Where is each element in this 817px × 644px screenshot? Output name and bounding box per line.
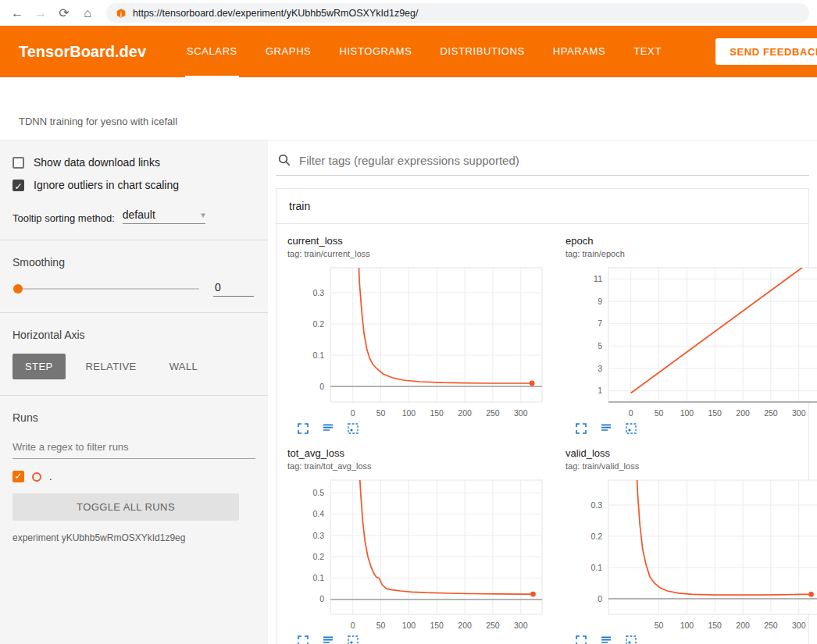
chart-data-button[interactable] — [322, 635, 334, 644]
chart-card-current_loss: current_loss tag: train/current_loss 050… — [280, 235, 553, 435]
divider — [0, 312, 268, 313]
svg-text:200: 200 — [458, 408, 472, 418]
tag-filter-row — [276, 150, 809, 176]
svg-text:250: 250 — [764, 408, 778, 418]
tab-hparams[interactable]: HPARAMS — [551, 26, 608, 77]
svg-text:150: 150 — [708, 408, 722, 418]
svg-text:0.3: 0.3 — [312, 531, 324, 540]
tab-text[interactable]: TEXT — [632, 26, 663, 77]
chart-plot[interactable]: 05010015020025030000.10.20.30.40.5 — [287, 475, 545, 632]
chart-plot[interactable]: 05010015020025030000.10.20.3 — [287, 263, 545, 419]
axis-relative-button[interactable]: RELATIVE — [73, 354, 149, 379]
expand-chart-button[interactable] — [575, 422, 587, 435]
fit-domain-icon — [625, 422, 637, 435]
home-button[interactable]: ⌂ — [78, 4, 97, 23]
axis-wall-button[interactable]: WALL — [157, 354, 211, 379]
tooltip-sorting-dropdown[interactable]: default ▾ — [123, 208, 205, 224]
run-color-swatch-icon — [32, 472, 41, 482]
checkbox-label: Show data download links — [34, 156, 160, 169]
svg-text:9: 9 — [598, 297, 602, 306]
address-bar[interactable]: https://tensorboard.dev/experiment/yKUbh… — [106, 3, 809, 23]
data-lines-icon — [600, 635, 612, 644]
main-panel: train current_loss tag: train/current_lo… — [268, 141, 817, 644]
svg-text:150: 150 — [430, 408, 444, 418]
svg-text:250: 250 — [764, 621, 778, 630]
expand-chart-button[interactable] — [575, 635, 587, 644]
fit-domain-button[interactable] — [625, 422, 637, 435]
checkbox-show-data-download-links[interactable]: Show data download links — [12, 156, 255, 169]
svg-text:100: 100 — [402, 621, 416, 630]
reload-button[interactable]: ⟳ — [55, 4, 73, 23]
tag-filter-input[interactable] — [299, 154, 808, 167]
subheader: TDNN training for yesno with icefall — [0, 77, 817, 141]
run-checkbox[interactable]: ✓ — [12, 471, 24, 482]
checkbox-checked-icon: ✓ — [12, 180, 24, 191]
svg-text:50: 50 — [655, 408, 664, 418]
chevron-down-icon: ▾ — [201, 210, 205, 220]
content: Show data download links✓Ignore outliers… — [0, 141, 817, 644]
toggle-all-runs-button[interactable]: TOGGLE ALL RUNS — [12, 493, 239, 521]
url-text: https://tensorboard.dev/experiment/yKUbh… — [133, 8, 418, 19]
run-name: . — [49, 471, 52, 482]
svg-text:0.2: 0.2 — [590, 532, 602, 541]
chart-data-button[interactable] — [322, 422, 334, 435]
svg-text:1: 1 — [598, 386, 602, 395]
chart-data-button[interactable] — [600, 635, 612, 644]
runs-label: Runs — [12, 411, 255, 424]
svg-text:300: 300 — [514, 621, 528, 630]
runs-filter-input[interactable] — [12, 436, 255, 459]
chart-plot[interactable]: 0501001502002503001357911 — [565, 263, 817, 419]
chart-toolbar — [287, 635, 545, 644]
svg-text:100: 100 — [680, 621, 694, 630]
chart-plot[interactable]: 5010015020025030000.10.20.3 — [565, 475, 817, 632]
svg-text:0.1: 0.1 — [312, 573, 324, 582]
tensorboard-favicon-icon — [116, 8, 127, 19]
smoothing-value-input[interactable]: 0 — [213, 281, 254, 297]
svg-text:0.1: 0.1 — [590, 563, 602, 572]
tooltip-sorting-label: Tooltip sorting method: — [12, 212, 115, 224]
svg-text:200: 200 — [458, 621, 472, 630]
group-title[interactable]: train — [276, 189, 808, 224]
send-feedback-button[interactable]: SEND FEEDBACK — [715, 38, 817, 65]
tab-scalars[interactable]: SCALARS — [185, 26, 239, 77]
svg-text:250: 250 — [486, 408, 500, 418]
fit-domain-button[interactable] — [347, 635, 359, 644]
svg-text:0.1: 0.1 — [312, 350, 324, 360]
back-button[interactable]: ← — [8, 4, 27, 23]
page: ← → ⟳ ⌂ https://tensorboard.dev/experime… — [0, 0, 817, 644]
expand-chart-button[interactable] — [297, 422, 309, 435]
chart-card-tot_avg_loss: tot_avg_loss tag: train/tot_avg_loss 050… — [280, 447, 553, 644]
app-header: TensorBoard.dev SCALARSGRAPHSHISTOGRAMSD… — [0, 26, 817, 77]
slider-thumb[interactable] — [13, 284, 23, 294]
expand-chart-button[interactable] — [297, 635, 309, 644]
axis-step-button[interactable]: STEP — [12, 354, 66, 379]
svg-text:11: 11 — [594, 274, 602, 283]
svg-text:150: 150 — [708, 621, 722, 630]
smoothing-slider[interactable] — [14, 288, 199, 290]
svg-text:300: 300 — [514, 408, 528, 418]
chart-toolbar — [565, 635, 817, 644]
forward-button[interactable]: → — [31, 4, 50, 23]
tab-histograms[interactable]: HISTOGRAMS — [337, 26, 413, 77]
tooltip-sorting-row: Tooltip sorting method: default ▾ — [12, 208, 255, 224]
tab-graphs[interactable]: GRAPHS — [264, 26, 313, 77]
fit-domain-button[interactable] — [625, 635, 637, 644]
fit-domain-icon — [625, 635, 637, 644]
divider — [0, 395, 268, 396]
train-group-card: train current_loss tag: train/current_lo… — [276, 188, 809, 644]
fit-domain-icon — [347, 635, 359, 644]
svg-text:0.4: 0.4 — [312, 509, 324, 518]
svg-text:50: 50 — [655, 621, 664, 630]
fit-domain-button[interactable] — [347, 422, 359, 435]
chart-card-epoch: epoch tag: train/epoch 05010015020025030… — [558, 235, 817, 435]
tab-distributions[interactable]: DISTRIBUTIONS — [439, 26, 526, 77]
svg-text:0: 0 — [319, 382, 324, 391]
svg-text:7: 7 — [598, 318, 602, 328]
svg-text:300: 300 — [792, 621, 806, 630]
chart-data-button[interactable] — [600, 422, 612, 435]
svg-text:200: 200 — [736, 621, 750, 630]
chart-tag: tag: train/valid_loss — [565, 461, 817, 471]
expand-icon — [575, 635, 587, 644]
checkbox-ignore-outliers-in-chart-scaling[interactable]: ✓Ignore outliers in chart scaling — [12, 179, 255, 191]
svg-text:3: 3 — [598, 364, 602, 373]
